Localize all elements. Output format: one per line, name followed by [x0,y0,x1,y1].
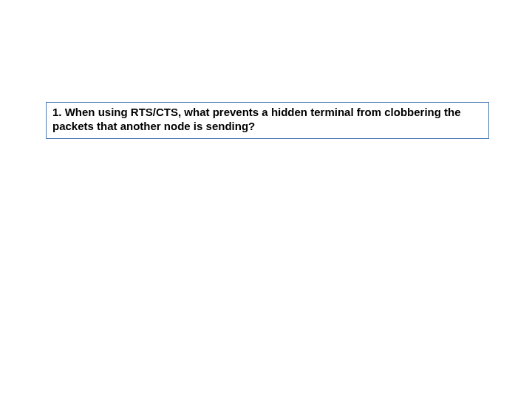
question-text: 1. When using RTS/CTS, what prevents a h… [52,106,482,134]
question-box: 1. When using RTS/CTS, what prevents a h… [46,102,489,139]
